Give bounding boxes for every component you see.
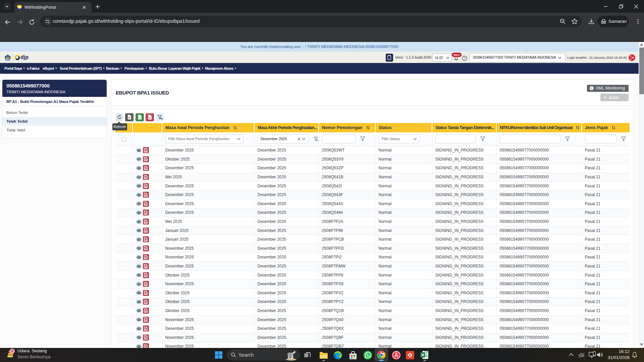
svg-text:x: x [139,117,141,119]
svg-text:b: b [149,117,151,119]
svg-text:i: i [591,86,592,90]
svg-text:?: ? [464,57,465,60]
